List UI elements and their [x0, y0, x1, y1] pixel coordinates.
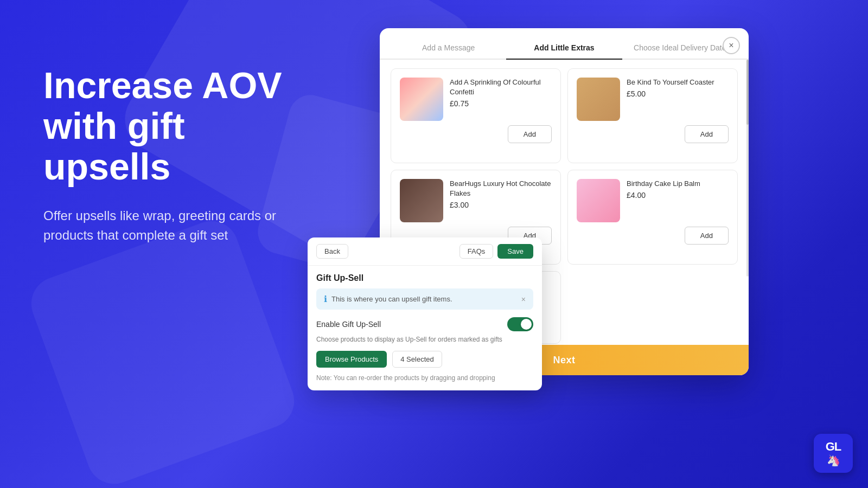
- product-info-chocolate: BearHugs Luxury Hot Chocolate Flakes £3.…: [450, 179, 552, 209]
- back-button[interactable]: Back: [316, 244, 348, 259]
- selected-count-badge: 4 Selected: [392, 351, 442, 368]
- toggle-knob: [521, 319, 532, 330]
- product-price-chocolate: £3.00: [450, 201, 552, 209]
- upsell-header: Back FAQs Save: [308, 237, 542, 266]
- product-image-lipbalm: [577, 179, 620, 222]
- header-actions: FAQs Save: [459, 244, 533, 259]
- upsell-panel: Back FAQs Save Gift Up-Sell ℹ This is wh…: [308, 237, 542, 390]
- scrollbar-thumb: [746, 60, 749, 125]
- info-close-icon[interactable]: ×: [521, 295, 526, 304]
- hero-subtitle: Offer upsells like wrap, greeting cards …: [43, 206, 304, 245]
- product-image-chocolate: [400, 179, 443, 222]
- choose-products-desc: Choose products to display as Up-Sell fo…: [316, 336, 533, 343]
- product-card-lipbalm: Birthday Cake Lip Balm £4.00 Add: [567, 170, 738, 265]
- tab-add-extras[interactable]: Add Little Extras: [506, 37, 622, 59]
- logo-text: GL: [826, 440, 841, 454]
- modal-tabs: Add a Message Add Little Extras Choose I…: [380, 28, 749, 60]
- add-button-coaster[interactable]: Add: [685, 125, 729, 143]
- product-name-chocolate: BearHugs Luxury Hot Chocolate Flakes: [450, 179, 552, 198]
- upsell-body: Enable Gift Up-Sell Choose products to d…: [308, 317, 542, 390]
- info-icon: ℹ: [324, 294, 327, 304]
- hero-title: Increase AOV with gift upsells: [43, 65, 304, 187]
- info-banner: ℹ This is where you can upsell gift item…: [316, 288, 533, 310]
- upsell-title: Gift Up-Sell: [308, 266, 542, 288]
- product-price-coaster: £5.00: [627, 89, 729, 98]
- close-button[interactable]: ×: [723, 37, 740, 54]
- product-card-coaster: Be Kind To Yourself Coaster £5.00 Add: [567, 68, 738, 163]
- enable-label: Enable Gift Up-Sell: [316, 320, 381, 329]
- product-card-confetti: Add A Sprinkling Of Colourful Confetti £…: [391, 68, 561, 163]
- product-price-lipbalm: £4.00: [627, 191, 729, 200]
- enable-toggle[interactable]: [507, 317, 533, 331]
- product-name-coaster: Be Kind To Yourself Coaster: [627, 78, 729, 87]
- tab-delivery-date[interactable]: Choose Ideal Delivery Date: [622, 37, 738, 59]
- faqs-button[interactable]: FAQs: [459, 244, 494, 259]
- product-image-coaster: [577, 78, 620, 121]
- add-button-lipbalm[interactable]: Add: [685, 227, 729, 245]
- add-button-confetti[interactable]: Add: [508, 125, 552, 143]
- product-info-coaster: Be Kind To Yourself Coaster £5.00: [627, 78, 729, 98]
- enable-row: Enable Gift Up-Sell: [316, 317, 533, 331]
- browse-products-button[interactable]: Browse Products: [316, 351, 387, 368]
- scrollbar[interactable]: [746, 60, 749, 277]
- info-text: This is where you can upsell gift items.: [331, 295, 517, 303]
- product-price-confetti: £0.75: [450, 99, 552, 108]
- action-row: Browse Products 4 Selected: [316, 351, 533, 368]
- reorder-note: Note: You can re-order the products by d…: [316, 374, 533, 382]
- product-name-lipbalm: Birthday Cake Lip Balm: [627, 179, 729, 189]
- product-info-lipbalm: Birthday Cake Lip Balm £4.00: [627, 179, 729, 200]
- product-info-confetti: Add A Sprinkling Of Colourful Confetti £…: [450, 78, 552, 108]
- logo-badge: GL 🦄: [814, 434, 853, 473]
- hero-section: Increase AOV with gift upsells Offer ups…: [0, 0, 336, 488]
- product-image-confetti: [400, 78, 443, 121]
- save-button[interactable]: Save: [497, 244, 533, 259]
- tab-add-message[interactable]: Add a Message: [391, 37, 506, 59]
- product-name-confetti: Add A Sprinkling Of Colourful Confetti: [450, 78, 552, 97]
- logo-icon: 🦄: [827, 454, 840, 467]
